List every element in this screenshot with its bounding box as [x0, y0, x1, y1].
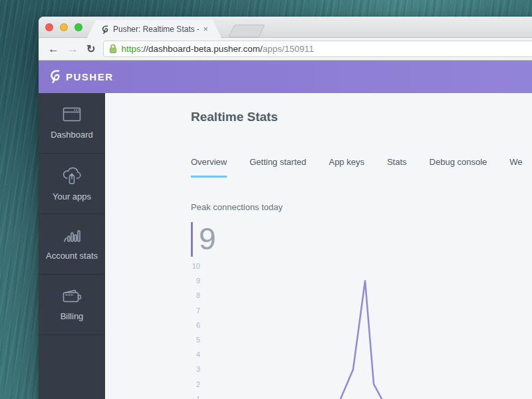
- page-title: Realtime Stats: [191, 110, 532, 124]
- peak-connections-label: Peak connections today: [191, 202, 532, 212]
- brand-name: PUSHER: [66, 71, 114, 82]
- browser-tab[interactable]: Pusher: Realtime Stats - O ×: [87, 20, 221, 38]
- sidebar-item-label: Dashboard: [51, 130, 93, 140]
- sidebar: Dashboard Your apps: [39, 93, 105, 399]
- url-domain: ://dashboard-beta.pusher.com/: [141, 44, 263, 54]
- tab-webhooks-truncated[interactable]: We: [509, 157, 522, 178]
- desktop-background: Pusher: Realtime Stats - O × ← → ↻ https…: [0, 0, 532, 399]
- url-scheme: https: [121, 44, 140, 54]
- tab-close-icon[interactable]: ×: [203, 25, 208, 33]
- sidebar-item-your-apps[interactable]: Your apps: [39, 154, 105, 214]
- tab-stats[interactable]: Stats: [387, 157, 407, 178]
- tab-getting-started[interactable]: Getting started: [249, 157, 306, 178]
- accent-bar: [191, 222, 193, 257]
- app-header: PUSHER: [39, 61, 532, 93]
- address-bar[interactable]: https://dashboard-beta.pusher.com/apps/1…: [103, 41, 532, 57]
- browser-titlebar: Pusher: Realtime Stats - O ×: [39, 17, 532, 38]
- y-tick-label: 4: [196, 350, 200, 358]
- lock-icon: [109, 44, 117, 54]
- cloud-upload-icon: [61, 166, 82, 184]
- browser-toolbar: ← → ↻ https://dashboard-beta.pusher.com/…: [39, 38, 532, 61]
- page-tabs: Overview Getting started App keys Stats …: [191, 157, 532, 178]
- y-tick-label: 2: [196, 380, 200, 388]
- y-tick-label: 1: [196, 395, 200, 399]
- sidebar-item-label: Billing: [61, 311, 84, 321]
- sidebar-item-label: Your apps: [53, 192, 91, 201]
- chart-y-axis: 10987654321: [191, 259, 200, 399]
- forward-button[interactable]: →: [67, 43, 78, 55]
- connections-chart: 10987654321: [191, 259, 532, 399]
- chart-line-plot: [206, 259, 532, 399]
- peak-connections-stat: 9: [191, 222, 532, 257]
- pusher-logo-icon: [48, 68, 61, 86]
- reload-button[interactable]: ↻: [86, 44, 95, 55]
- tab-overview[interactable]: Overview: [191, 157, 227, 178]
- y-tick-label: 6: [196, 321, 200, 329]
- y-tick-label: 9: [196, 277, 200, 285]
- y-tick-label: 5: [196, 336, 200, 344]
- sidebar-item-billing[interactable]: Billing: [39, 275, 105, 335]
- traffic-lights: [45, 23, 82, 31]
- sidebar-item-dashboard[interactable]: Dashboard: [39, 93, 105, 154]
- tab-app-keys[interactable]: App keys: [329, 157, 364, 178]
- y-tick-label: 7: [196, 307, 200, 315]
- bar-chart-icon: [63, 227, 81, 243]
- tab-debug-console[interactable]: Debug console: [430, 157, 487, 178]
- y-tick-label: 3: [196, 365, 200, 373]
- close-window-button[interactable]: [45, 23, 53, 31]
- pusher-favicon-icon: [100, 25, 109, 34]
- wallet-icon: [62, 288, 82, 304]
- dashboard-window-icon: [63, 106, 81, 122]
- new-tab-button[interactable]: [228, 25, 265, 37]
- zoom-window-button[interactable]: [74, 23, 82, 31]
- connections-line: [336, 281, 390, 399]
- tab-title: Pusher: Realtime Stats - O: [113, 25, 199, 34]
- peak-connections-value: 9: [199, 222, 216, 257]
- back-button[interactable]: ←: [48, 43, 59, 55]
- minimize-window-button[interactable]: [60, 23, 68, 31]
- sidebar-item-account-stats[interactable]: Account stats: [39, 214, 105, 275]
- url-path: apps/150911: [263, 44, 314, 54]
- y-tick-label: 10: [192, 262, 200, 270]
- sidebar-item-label: Account stats: [46, 251, 98, 261]
- pusher-logo[interactable]: PUSHER: [48, 68, 114, 86]
- main-content: Realtime Stats Overview Getting started …: [105, 93, 532, 399]
- y-tick-label: 8: [196, 291, 200, 299]
- url-text: https://dashboard-beta.pusher.com/apps/1…: [121, 44, 313, 54]
- browser-window: Pusher: Realtime Stats - O × ← → ↻ https…: [39, 17, 532, 399]
